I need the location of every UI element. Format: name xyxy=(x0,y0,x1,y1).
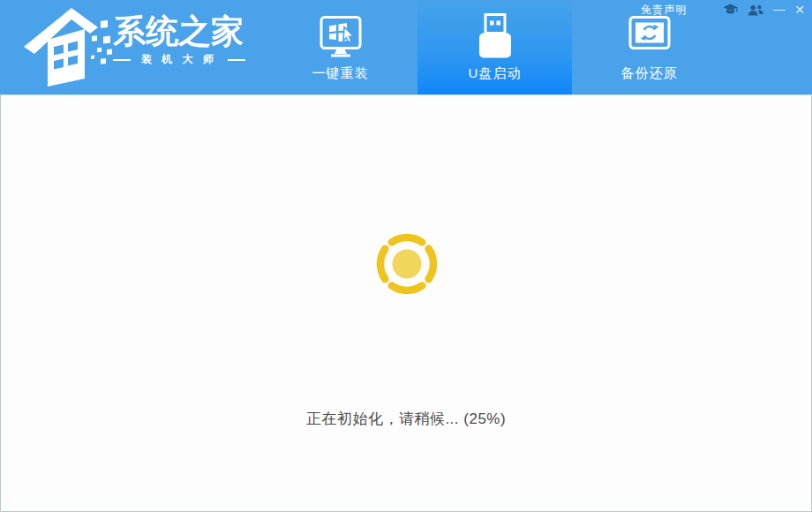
header-bar: 系统之家 装 机 大 师 xyxy=(0,0,812,94)
disclaimer-link[interactable]: 免责声明 xyxy=(641,3,687,18)
loading-spinner-icon xyxy=(370,227,444,301)
minimize-glyph: — xyxy=(773,3,785,17)
tab-label-usb-boot: U盘启动 xyxy=(469,65,522,82)
close-button[interactable]: ✕ xyxy=(794,3,805,17)
content-area: 正在初始化，请稍候... (25%) xyxy=(0,94,812,512)
tab-onekey-reinstall[interactable]: 一键重装 xyxy=(263,0,417,94)
tab-usb-boot[interactable]: U盘启动 xyxy=(417,0,572,94)
titlebar-controls: 免责声明 — ✕ xyxy=(641,3,805,17)
app-window: 系统之家 装 机 大 师 xyxy=(0,0,812,512)
monitor-restore-icon xyxy=(627,11,673,62)
close-icon: ✕ xyxy=(794,3,805,17)
subtitle-dash-right xyxy=(228,59,245,61)
usb-drive-icon xyxy=(470,11,520,62)
graduation-cap-icon[interactable] xyxy=(723,4,738,16)
tab-label-backup-restore: 备份还原 xyxy=(621,65,678,82)
tab-label-onekey-reinstall: 一键重装 xyxy=(312,65,369,82)
monitor-windows-icon xyxy=(318,11,364,62)
brand-logo: 系统之家 装 机 大 师 xyxy=(23,4,245,89)
subtitle-dash-left xyxy=(113,59,131,61)
brand-subtitle: 装 机 大 师 xyxy=(131,52,228,67)
brand-name: 系统之家 xyxy=(113,14,245,49)
brand-house-icon xyxy=(23,4,115,89)
brand-text: 系统之家 装 机 大 师 xyxy=(113,14,245,67)
status-text: 正在初始化，请稍候... (25%) xyxy=(1,409,811,429)
minimize-button[interactable]: — xyxy=(773,3,785,17)
users-icon[interactable] xyxy=(748,4,763,16)
brand-subtitle-row: 装 机 大 师 xyxy=(113,52,245,67)
